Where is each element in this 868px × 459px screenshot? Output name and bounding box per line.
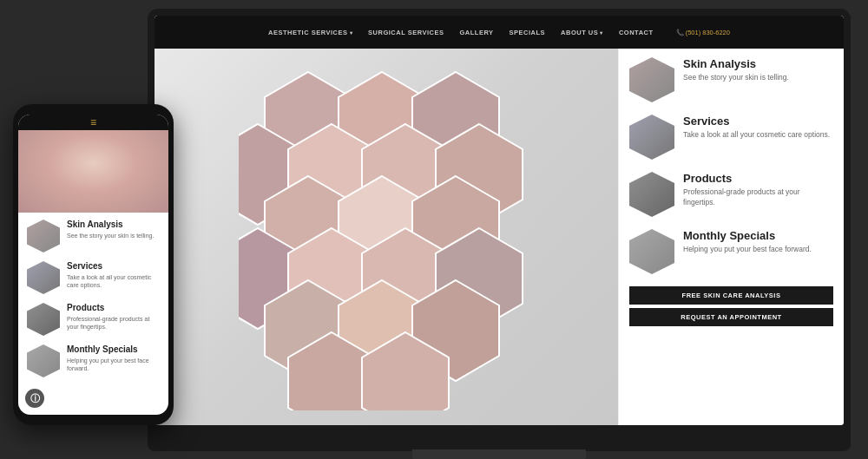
skin-analysis-desc: See the story your skin is telling. [683,73,789,83]
cta-buttons: Free Skin Care Analysis Request An Appoi… [629,286,833,326]
phone-hero-face [18,130,168,213]
services-text: Services Take a look at all your cosmeti… [683,115,830,141]
phone-products-text: Products Professional-grade products at … [67,303,160,331]
desktop-card-monthly-specials[interactable]: Monthly Specials Helping you put your be… [629,229,833,274]
phone-card-monthly-specials[interactable]: Monthly Specials Helping you put your be… [27,344,160,377]
phone-hero-image [18,130,168,213]
nav-gallery[interactable]: Gallery [460,29,494,36]
phone-services-thumbnail [27,261,60,294]
desktop-content: Skin Analysis See the story your skin is… [155,49,844,425]
desktop-card-skin-analysis[interactable]: Skin Analysis See the story your skin is… [629,57,833,102]
hamburger-menu-icon[interactable]: ≡ [90,117,96,128]
products-title: Products [683,172,833,185]
hex-face-svg [239,63,534,410]
phone-card-skin-analysis[interactable]: Skin Analysis See the story your skin is… [27,220,160,252]
desktop-card-services[interactable]: Services Take a look at all your cosmeti… [629,115,833,160]
nav-phone: 📞 (501) 830-6220 [676,29,730,36]
desktop-stand [412,449,586,459]
desktop-card-products[interactable]: Products Professional-grade products at … [629,172,833,217]
nav-about-us[interactable]: About Us [561,29,603,36]
skin-analysis-thumbnail [629,57,674,102]
desktop-frame: Aesthetic Services Surgical Services Gal… [148,9,851,451]
phone-card-products[interactable]: Products Professional-grade products at … [27,303,160,336]
info-icon[interactable]: ⓘ [25,389,44,408]
desktop-sidebar: Skin Analysis See the story your skin is… [618,49,844,425]
monthly-specials-thumbnail [629,229,674,274]
services-thumbnail [629,115,674,160]
phone-services-text: Services Take a look at all your cosmeti… [67,261,160,289]
nav-surgical-services[interactable]: Surgical Services [368,29,444,36]
phone-frame: ≡ Skin Analysis See the story your skin … [13,104,174,425]
phone-products-title: Products [67,303,160,313]
phone-products-desc: Professional-grade products at your fing… [67,315,160,331]
phone-skin-text: Skin Analysis See the story your skin is… [67,220,154,239]
phone-specials-title: Monthly Specials [67,344,160,355]
phone-skin-thumbnail [27,220,60,252]
monthly-specials-desc: Helping you put your best face forward. [683,245,812,255]
desktop-screen: Aesthetic Services Surgical Services Gal… [155,16,844,425]
phone-card-services[interactable]: Services Take a look at all your cosmeti… [27,261,160,294]
phone-skin-title: Skin Analysis [67,220,154,230]
phone-specials-thumbnail [27,344,60,377]
phone-specials-desc: Helping you put your best face forward. [67,357,160,372]
nav-contact[interactable]: Contact [619,29,654,36]
skin-analysis-title: Skin Analysis [683,57,789,70]
phone-status-bar: ≡ [18,115,168,130]
phone-services-title: Services [67,261,160,272]
monthly-specials-title: Monthly Specials [683,229,812,242]
skin-analysis-text: Skin Analysis See the story your skin is… [683,57,789,83]
desktop-nav: Aesthetic Services Surgical Services Gal… [155,16,844,49]
phone-specials-text: Monthly Specials Helping you put your be… [67,344,160,372]
phone-services-desc: Take a look at all your cosmetic care op… [67,273,160,289]
nav-aesthetic-services[interactable]: Aesthetic Services [268,29,352,36]
products-thumbnail [629,172,674,217]
phone-skin-desc: See the story your skin is telling. [67,232,154,239]
nav-specials[interactable]: Specials [510,29,546,36]
free-skin-care-analysis-button[interactable]: Free Skin Care Analysis [629,286,833,305]
products-text: Products Professional-grade products at … [683,172,833,208]
phone-products-thumbnail [27,303,60,336]
desktop-hero [155,49,618,425]
phone-content: Skin Analysis See the story your skin is… [18,213,168,393]
monthly-specials-text: Monthly Specials Helping you put your be… [683,229,812,255]
services-title: Services [683,115,830,128]
request-appointment-button[interactable]: Request An Appointment [629,308,833,326]
hero-background [155,49,618,425]
services-desc: Take a look at all your cosmetic care op… [683,130,830,141]
phone-screen: ≡ Skin Analysis See the story your skin … [18,115,168,415]
products-desc: Professional-grade products at your fing… [683,187,833,208]
hex-mosaic [155,49,618,425]
